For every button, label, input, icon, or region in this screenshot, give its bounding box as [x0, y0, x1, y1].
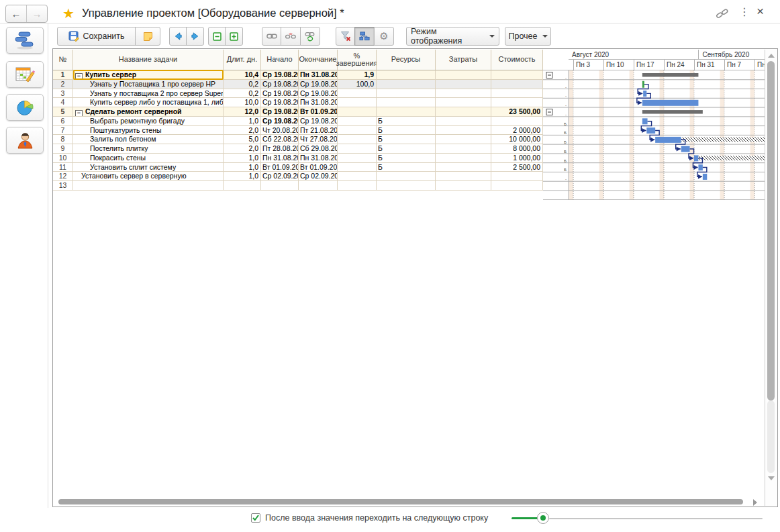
cell-duration[interactable]: 10,4 — [224, 70, 261, 79]
cell-start-date[interactable]: Ср 19.08.20 — [261, 70, 299, 79]
cell-percent-complete[interactable]: 1,9 — [338, 70, 377, 79]
cell-row-number[interactable]: 13 — [53, 181, 73, 190]
cell-cost[interactable]: 1 000,00 — [491, 154, 543, 162]
table-row-8[interactable]: 8Залить пол бетоном5,0Сб 22.08.20Чт 27.0… — [53, 135, 543, 144]
cell-cost[interactable] — [491, 80, 543, 89]
cell-start-date[interactable]: Ср 02.09.20 — [261, 172, 299, 180]
table-row-9[interactable]: 9Постелить плитку2,0Пт 28.08.20Сб 29.08.… — [53, 144, 543, 154]
cell-resources[interactable] — [377, 80, 436, 89]
cell-cost[interactable]: 10 000,00 — [491, 135, 543, 144]
cell-end-date[interactable]: Пн 31.08.20 — [299, 154, 338, 162]
column-header-2[interactable]: Название задачи — [73, 50, 224, 70]
cell-percent-complete[interactable] — [338, 126, 377, 135]
refresh-links-button[interactable] — [300, 27, 320, 46]
table-row-5[interactable]: 5−Сделать ремонт серверной12,0Ср 19.08.2… — [53, 107, 543, 117]
cell-expenses[interactable] — [436, 117, 491, 125]
cell-percent-complete[interactable] — [338, 117, 377, 125]
cell-cost[interactable]: 2 500,00 — [491, 163, 543, 172]
cell-start-date[interactable]: Ср 19.08.20 — [261, 89, 299, 98]
cell-expenses[interactable] — [436, 135, 491, 144]
cell-row-number[interactable]: 5 — [53, 107, 73, 116]
cell-start-date[interactable]: Ср 19.08.20 — [261, 117, 299, 125]
more-menu-icon[interactable]: ⋮ — [739, 5, 750, 18]
cell-expenses[interactable] — [436, 98, 491, 107]
cell-percent-complete[interactable] — [338, 98, 377, 107]
get-link-icon[interactable] — [716, 7, 729, 22]
cell-duration[interactable]: 2,0 — [224, 144, 261, 153]
cell-expenses[interactable] — [436, 89, 491, 98]
cell-end-date[interactable]: Вт 01.09.20 — [299, 107, 338, 116]
display-mode-button[interactable]: Режим отображения — [406, 27, 499, 46]
horizontal-scroll-thumb[interactable] — [58, 499, 743, 504]
cell-row-number[interactable]: 2 — [53, 80, 73, 89]
cell-expenses[interactable] — [436, 107, 491, 116]
cell-end-date[interactable]: Сб 29.08.20 — [299, 144, 338, 153]
gantt-structure-button[interactable] — [354, 27, 375, 46]
cell-start-date[interactable]: Ср 19.08.20 — [261, 80, 299, 89]
cell-task-name[interactable]: Постелить плитку — [73, 144, 224, 153]
clear-filter-button[interactable] — [336, 27, 356, 46]
cell-resources[interactable] — [377, 70, 436, 79]
column-header-5[interactable]: Окончание — [299, 50, 338, 70]
cell-task-name[interactable]: Залить пол бетоном — [73, 135, 224, 144]
vertical-scroll-track[interactable] — [767, 401, 775, 473]
cell-percent-complete[interactable] — [338, 181, 377, 190]
cell-cost[interactable] — [491, 181, 543, 190]
cell-task-name[interactable]: Купить сервер либо у поставщика 1, либо … — [73, 98, 224, 107]
cell-cost[interactable] — [491, 98, 543, 107]
expand-all-button[interactable] — [225, 27, 243, 46]
zoom-slider-track[interactable] — [549, 518, 763, 519]
cell-percent-complete[interactable] — [338, 107, 377, 116]
after-input-checkbox[interactable] — [251, 513, 260, 523]
gantt-bar-task-row4[interactable] — [642, 100, 699, 106]
scroll-right-icon[interactable] — [753, 499, 757, 506]
cell-resources[interactable]: Б — [377, 154, 436, 162]
unlink-tasks-button[interactable] — [281, 27, 301, 46]
cell-duration[interactable]: 2,0 — [224, 126, 261, 135]
table-row-13[interactable]: 13 — [53, 181, 543, 191]
cell-end-date[interactable]: Ср 19.08.20 — [299, 80, 338, 89]
cell-end-date[interactable]: Пт 21.08.20 — [299, 126, 338, 135]
cell-cost[interactable]: 8 000,00 — [491, 144, 543, 153]
table-row-1[interactable]: 1−Купить сервер10,4Ср 19.08.20Пн 31.08.2… — [53, 70, 543, 80]
cell-cost[interactable] — [491, 117, 543, 125]
cell-task-name[interactable]: Узнать у Поставщика 1 про сервер HP — [73, 80, 224, 89]
gantt-bar-complete-row2[interactable] — [642, 81, 644, 88]
cell-row-number[interactable]: 10 — [53, 154, 73, 162]
cell-row-number[interactable]: 12 — [53, 172, 73, 180]
cell-end-date[interactable]: Пн 31.08.20 — [299, 70, 338, 79]
cell-resources[interactable]: Б — [377, 163, 436, 172]
cell-percent-complete[interactable] — [338, 172, 377, 180]
cell-expenses[interactable] — [436, 126, 491, 135]
cell-duration[interactable]: 10,0 — [224, 98, 261, 107]
cell-duration[interactable]: 1,0 — [224, 172, 261, 180]
cell-resources[interactable] — [377, 98, 436, 107]
cell-row-number[interactable]: 8 — [53, 135, 73, 144]
cell-end-date[interactable]: Пн 31.08.20 — [299, 98, 338, 107]
cell-expenses[interactable] — [436, 144, 491, 153]
cell-expenses[interactable] — [436, 172, 491, 180]
cell-row-number[interactable]: 4 — [53, 98, 73, 107]
close-icon[interactable]: × — [757, 4, 764, 19]
gantt-bar-task-row6[interactable] — [642, 118, 648, 124]
cell-row-number[interactable]: 11 — [53, 163, 73, 172]
cell-start-date[interactable]: Сб 22.08.20 — [261, 135, 299, 144]
move-right-button[interactable] — [186, 27, 204, 46]
forward-button[interactable]: → — [27, 5, 47, 22]
view-resources-button[interactable] — [6, 127, 44, 154]
cell-resources[interactable]: Б — [377, 117, 436, 125]
gantt-bar-task-row8[interactable] — [655, 137, 681, 143]
view-report-button[interactable] — [6, 94, 44, 121]
table-row-2[interactable]: 2Узнать у Поставщика 1 про сервер HP0,2С… — [53, 80, 543, 89]
zoom-slider-handle[interactable] — [537, 512, 549, 524]
other-button[interactable]: Прочее — [505, 27, 551, 46]
gantt-bar-summary-row5[interactable] — [642, 110, 703, 114]
cell-expenses[interactable] — [436, 70, 491, 79]
cell-resources[interactable] — [377, 89, 436, 98]
cell-percent-complete[interactable] — [338, 154, 377, 162]
cell-percent-complete[interactable] — [338, 89, 377, 98]
cell-resources[interactable]: Б — [377, 135, 436, 144]
table-row-11[interactable]: 11Установить сплит систему1,0Вт 01.09.20… — [53, 163, 543, 172]
collapse-all-button[interactable] — [208, 27, 226, 46]
cell-start-date[interactable]: Чт 20.08.20 — [261, 126, 299, 135]
